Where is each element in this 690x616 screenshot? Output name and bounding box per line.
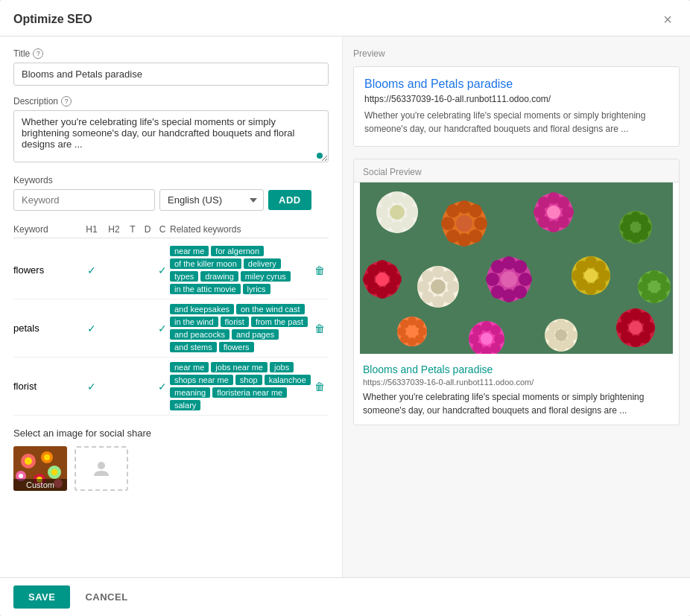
h1-check: ✓ bbox=[80, 264, 103, 276]
tag: of the killer moon bbox=[170, 258, 241, 269]
tag: in the wind bbox=[170, 317, 218, 327]
tag: meaning bbox=[170, 387, 210, 398]
svg-point-62 bbox=[367, 264, 379, 276]
tag: florist bbox=[221, 317, 249, 327]
tag: miley cyrus bbox=[241, 271, 291, 282]
delete-row-button[interactable]: 🗑 bbox=[311, 381, 329, 393]
tag: shop bbox=[235, 375, 262, 385]
modal-header: Optimize SEO × bbox=[0, 0, 690, 36]
tag: flowers bbox=[219, 342, 254, 352]
svg-point-72 bbox=[422, 270, 434, 282]
delete-row-button[interactable]: 🗑 bbox=[311, 323, 329, 334]
svg-point-22 bbox=[376, 206, 388, 218]
social-preview-box: Social Preview bbox=[353, 159, 680, 425]
svg-point-20 bbox=[391, 221, 403, 233]
keyword-cell: flowers bbox=[13, 264, 80, 276]
keyword-input[interactable] bbox=[13, 189, 155, 211]
svg-point-23 bbox=[381, 196, 393, 208]
title-help-icon[interactable]: ? bbox=[33, 48, 43, 59]
description-textarea[interactable] bbox=[13, 110, 329, 162]
svg-point-65 bbox=[432, 266, 444, 278]
social-preview-desc: Whether you're celebrating life's specia… bbox=[363, 390, 670, 417]
description-label: Description ? bbox=[13, 96, 329, 107]
tag: drawing bbox=[200, 271, 238, 282]
svg-point-118 bbox=[472, 343, 483, 353]
image-section: Select an image for social share bbox=[13, 428, 329, 491]
svg-point-34 bbox=[456, 215, 472, 232]
tag: shops near me bbox=[170, 375, 233, 385]
social-preview-url: https://56337039-16-0-all.runbot111.odoo… bbox=[363, 378, 670, 387]
social-preview-info: Blooms and Petals paradise https://56337… bbox=[354, 356, 679, 425]
language-select[interactable]: English (US) French Spanish bbox=[159, 189, 264, 211]
svg-point-131 bbox=[555, 329, 567, 341]
svg-point-141 bbox=[629, 321, 642, 334]
custom-image-thumb[interactable]: Custom bbox=[13, 446, 67, 491]
social-preview-title: Blooms and Petals paradise bbox=[363, 363, 670, 375]
keywords-table: Keyword H1 H2 T D C Related keywords flo… bbox=[13, 221, 329, 416]
svg-point-114 bbox=[490, 325, 501, 335]
svg-point-120 bbox=[472, 325, 483, 335]
tag: near me bbox=[170, 246, 209, 256]
svg-point-6 bbox=[19, 474, 23, 478]
svg-point-102 bbox=[642, 273, 652, 284]
svg-point-116 bbox=[490, 343, 501, 353]
svg-point-44 bbox=[547, 206, 560, 219]
svg-point-24 bbox=[390, 205, 405, 220]
svg-point-67 bbox=[447, 281, 459, 293]
col-h2: H2 bbox=[103, 224, 125, 235]
svg-point-28 bbox=[474, 217, 487, 230]
svg-point-66 bbox=[443, 270, 455, 282]
table-row: flowers ✓ ✓ near me for algernon of the … bbox=[13, 241, 329, 299]
textarea-wrapper bbox=[13, 110, 329, 165]
svg-point-18 bbox=[406, 206, 418, 218]
social-preview-image bbox=[354, 182, 679, 354]
preview-label: Preview bbox=[353, 48, 680, 59]
tag: floristeria near me bbox=[212, 387, 287, 398]
tag: from the past bbox=[251, 317, 308, 327]
related-tags: and keepsakes on the wind cast in the wi… bbox=[170, 304, 311, 352]
delete-row-button[interactable]: 🗑 bbox=[311, 264, 329, 276]
description-help-icon[interactable]: ? bbox=[61, 96, 72, 107]
svg-point-2 bbox=[25, 457, 32, 465]
col-t: T bbox=[125, 224, 140, 235]
keywords-label: Keywords bbox=[13, 175, 329, 185]
modal-footer: SAVE CANCEL bbox=[0, 577, 690, 616]
svg-point-76 bbox=[513, 260, 527, 273]
modal-body: Title ? Description ? Keywords bbox=[0, 36, 690, 577]
tag: and keepsakes bbox=[170, 304, 234, 314]
svg-point-16 bbox=[391, 191, 403, 203]
svg-point-113 bbox=[481, 321, 492, 331]
custom-image-label: Custom bbox=[13, 479, 67, 491]
tag: and stems bbox=[170, 342, 217, 352]
svg-point-8 bbox=[51, 469, 57, 475]
keyword-cell: petals bbox=[13, 323, 80, 334]
keyword-cell: florist bbox=[13, 381, 80, 392]
svg-point-71 bbox=[417, 281, 429, 293]
related-tags: near me jobs near me jobs shops near me … bbox=[170, 362, 311, 410]
svg-point-17 bbox=[402, 196, 414, 208]
tag: near me bbox=[170, 362, 209, 372]
add-keyword-button[interactable]: ADD bbox=[268, 190, 311, 210]
modal-title: Optimize SEO bbox=[13, 13, 92, 26]
tag: salary bbox=[170, 400, 200, 410]
svg-point-140 bbox=[621, 312, 633, 324]
table-row: petals ✓ ✓ and keepsakes on the wind cas… bbox=[13, 299, 329, 358]
save-button[interactable]: SAVE bbox=[13, 585, 70, 609]
add-image-placeholder[interactable] bbox=[75, 446, 128, 491]
cancel-button[interactable]: CANCEL bbox=[77, 585, 135, 609]
title-label: Title ? bbox=[13, 48, 329, 59]
right-panel: Preview Blooms and Petals paradise https… bbox=[343, 36, 690, 577]
title-input[interactable] bbox=[13, 63, 329, 86]
svg-point-53 bbox=[623, 215, 633, 225]
svg-point-119 bbox=[469, 334, 479, 344]
svg-point-43 bbox=[538, 197, 550, 209]
close-button[interactable]: × bbox=[659, 10, 677, 28]
keywords-row: English (US) French Spanish ADD bbox=[13, 189, 329, 211]
tag: lyrics bbox=[243, 284, 270, 294]
c-check: ✓ bbox=[155, 323, 170, 334]
image-options: Custom bbox=[13, 446, 329, 491]
tag: and pages bbox=[232, 329, 279, 340]
c-check: ✓ bbox=[155, 264, 170, 276]
svg-point-121 bbox=[481, 333, 493, 345]
tag: on the wind cast bbox=[236, 304, 305, 314]
